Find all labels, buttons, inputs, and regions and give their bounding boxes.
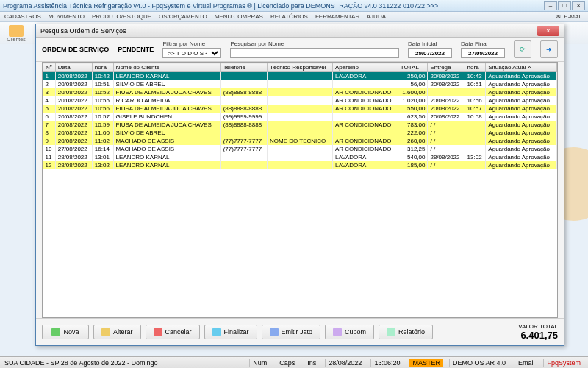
table-row[interactable]: 1228/08/202213:02LEANDRO KARNALLAVADORA1… xyxy=(43,161,557,169)
date-init-input[interactable] xyxy=(408,48,452,58)
col-header[interactable]: hora xyxy=(465,63,486,72)
menu-ajuda[interactable]: AJUDA xyxy=(367,13,386,20)
col-header[interactable]: Aparelho xyxy=(332,63,398,72)
cell: 20/08/2022 xyxy=(428,113,465,121)
alterar-button[interactable]: Alterar xyxy=(93,325,141,339)
cell xyxy=(220,72,267,80)
status-location: SUA CIDADE - SP 28 de Agosto de 2022 - D… xyxy=(4,359,157,367)
relatorio-button[interactable]: Relatório xyxy=(379,325,433,339)
search-dialog: Pesquisa Ordem de Serviços × ORDEM DE SE… xyxy=(35,24,564,346)
menu-relatorios[interactable]: RELATÓRIOS xyxy=(270,13,308,20)
cell: Aguardando Aprovação xyxy=(486,153,557,161)
plus-icon xyxy=(51,328,60,336)
cell: Aguardando Aprovação xyxy=(486,72,557,80)
col-header[interactable]: hora xyxy=(92,63,113,72)
cell xyxy=(268,96,333,105)
cell: 13:02 xyxy=(465,153,486,161)
cell: 28/08/2022 xyxy=(55,161,92,169)
refresh-button[interactable]: ⟳ xyxy=(514,40,531,58)
status-fpq[interactable]: FpqSystem xyxy=(543,359,584,367)
cell: 10:51 xyxy=(92,80,113,88)
emitir-button[interactable]: Emitir Jato xyxy=(262,325,321,339)
cell: GISELE BUNDCHEN xyxy=(113,113,220,121)
cell: 20/08/2022 xyxy=(55,113,92,121)
menu-cadastros[interactable]: CADASTROS xyxy=(4,13,41,20)
toolbar-clientes[interactable]: Clientes xyxy=(3,25,29,42)
col-header[interactable]: Técnico Responsável xyxy=(268,63,333,72)
cell xyxy=(220,153,267,161)
people-icon xyxy=(9,25,24,37)
envelope-icon: ✉ xyxy=(556,13,561,20)
status-time: 13:06:20 xyxy=(370,359,403,367)
table-row[interactable]: 120/08/202210:42LEANDRO KARNALLAVADORA25… xyxy=(43,72,557,80)
go-button[interactable]: ➜ xyxy=(540,40,558,58)
col-header[interactable]: Entrega xyxy=(428,63,465,72)
table-row[interactable]: 620/08/202210:57GISELE BUNDCHEN(99)9999-… xyxy=(43,113,557,121)
menu-ferramentas[interactable]: FERRAMENTAS xyxy=(315,13,359,20)
status-email[interactable]: Email xyxy=(514,359,538,367)
cell: 28/08/2022 xyxy=(55,153,92,161)
app-close-button[interactable]: × xyxy=(572,1,585,10)
filter-name-group: Filtrar por Nome >> T O D O S << xyxy=(162,40,221,58)
table-row[interactable]: 920/08/202211:02MACHADO DE ASSIS(77)7777… xyxy=(43,137,557,145)
cell xyxy=(465,121,486,129)
menu-compras[interactable]: MENU COMPRAS xyxy=(215,13,263,20)
cell: 9 xyxy=(43,137,56,145)
menu-os[interactable]: OS/ORÇAMENTO xyxy=(159,13,207,20)
report-icon xyxy=(387,328,395,336)
status-date: 28/08/2022 xyxy=(325,359,365,367)
menu-movimento[interactable]: MOVIMENTO xyxy=(49,13,85,20)
cell: 20/08/2022 xyxy=(428,96,465,105)
table-row[interactable]: 420/08/202210:55RICARDO ALMEIDAAR CONDIC… xyxy=(43,96,557,105)
cell xyxy=(465,88,486,96)
email-shortcut[interactable]: ✉ E-MAIL xyxy=(556,13,584,20)
col-header[interactable]: Data xyxy=(55,63,92,72)
cell: Aguardando Aprovação xyxy=(486,137,557,145)
dialog-close-button[interactable]: × xyxy=(537,26,559,36)
arrow-right-icon: ➜ xyxy=(546,46,552,53)
cell: 10:42 xyxy=(92,72,113,80)
cell: Aguardando Aprovação xyxy=(486,80,557,88)
nova-button[interactable]: Nova xyxy=(42,325,89,339)
status-ins: Ins xyxy=(304,359,319,367)
cell: / / xyxy=(428,121,465,129)
table-row[interactable]: 1027/08/202216:14MACHADO DE ASSIS(77)777… xyxy=(43,145,557,153)
search-name-input[interactable] xyxy=(230,48,399,58)
cell: 5 xyxy=(43,105,56,113)
table-row[interactable]: 1128/08/202213:01LEANDRO KARNALLAVADORA5… xyxy=(43,153,557,161)
status-caps: Caps xyxy=(276,359,298,367)
col-header[interactable]: Telefone xyxy=(220,63,267,72)
cancelar-button[interactable]: Cancelar xyxy=(146,325,200,339)
cell: 6 xyxy=(43,113,56,121)
cell: 7 xyxy=(43,121,56,129)
cell: Aguardando Aprovação xyxy=(486,88,557,96)
table-row[interactable]: 720/08/202210:59FIUSA DE ALMEIDA JUCA CH… xyxy=(43,121,557,129)
date-final-input[interactable] xyxy=(461,48,505,58)
cell xyxy=(465,129,486,137)
cell: 20/08/2022 xyxy=(55,121,92,129)
results-table-wrap[interactable]: NºDatahoraNome do ClienteTelefoneTécnico… xyxy=(42,62,558,318)
cell: (88)8888-8888 xyxy=(220,121,267,129)
cell: 783,00 xyxy=(398,121,428,129)
cell: 20/08/2022 xyxy=(428,105,465,113)
maximize-button[interactable]: □ xyxy=(558,1,571,10)
cell: Aguardando Aprovação xyxy=(486,113,557,121)
minimize-button[interactable]: – xyxy=(544,1,557,10)
cell: 20/08/2022 xyxy=(55,129,92,137)
col-header[interactable]: Nome do Cliente xyxy=(113,63,220,72)
col-header[interactable]: Nº xyxy=(43,63,56,72)
dialog-titlebar: Pesquisa Ordem de Serviços × xyxy=(36,24,564,38)
cupom-button[interactable]: Cupom xyxy=(325,325,374,339)
table-row[interactable]: 820/08/202211:00SILVIO DE ABREU222,00/ /… xyxy=(43,129,557,137)
cell xyxy=(465,161,486,169)
finalizar-button[interactable]: Finalizar xyxy=(204,325,257,339)
cell: 10:59 xyxy=(92,121,113,129)
cell xyxy=(465,137,486,145)
col-header[interactable]: Situação Atual » xyxy=(486,63,557,72)
table-row[interactable]: 320/08/202210:52FIUSA DE ALMEIDA JUCA CH… xyxy=(43,88,557,96)
col-header[interactable]: TOTAL xyxy=(398,63,428,72)
filter-name-combo[interactable]: >> T O D O S << xyxy=(162,48,221,58)
table-row[interactable]: 220/08/202210:51SILVIO DE ABREU56,0020/0… xyxy=(43,80,557,88)
menu-produto[interactable]: PRODUTO/ESTOQUE xyxy=(92,13,151,20)
table-row[interactable]: 520/08/202210:56FIUSA DE ALMEIDA JUCA CH… xyxy=(43,105,557,113)
